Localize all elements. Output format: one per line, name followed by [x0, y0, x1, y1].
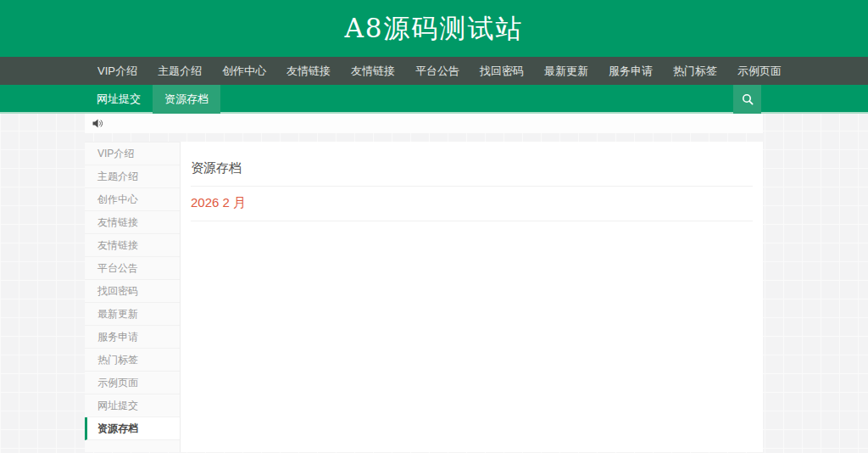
main-nav-inner: VIP介绍 主题介绍 创作中心 友情链接 友情链接 平台公告 找回密码 最新更新… [85, 57, 763, 85]
site-header: A8源码测试站 [0, 0, 868, 57]
nav-item-announcement[interactable]: 平台公告 [405, 57, 470, 85]
sidebar-item-tags[interactable]: 热门标签 [85, 349, 180, 372]
search-icon [742, 93, 754, 105]
sidebar-item-url-submit[interactable]: 网址提交 [85, 394, 180, 417]
sidebar-item-sample-page[interactable]: 示例页面 [85, 372, 180, 394]
sidebar-item-links-2[interactable]: 友情链接 [85, 234, 180, 257]
nav-item-vip[interactable]: VIP介绍 [87, 57, 147, 85]
sub-nav: 网址提交 资源存档 [0, 85, 868, 114]
nav-item-updates[interactable]: 最新更新 [534, 57, 598, 85]
subnav-item-archives[interactable]: 资源存档 [153, 85, 220, 114]
main-panel: 资源存档 2026 2 月 [181, 142, 763, 452]
content-area: VIP介绍 主题介绍 创作中心 友情链接 友情链接 平台公告 找回密码 最新更新… [85, 142, 763, 452]
announcement-bar [85, 114, 763, 133]
sidebar-item-service[interactable]: 服务申请 [85, 326, 180, 349]
nav-item-links-2[interactable]: 友情链接 [341, 57, 405, 85]
sidebar-item-updates[interactable]: 最新更新 [85, 303, 180, 326]
nav-item-create-center[interactable]: 创作中心 [212, 57, 276, 85]
sidebar: VIP介绍 主题介绍 创作中心 友情链接 友情链接 平台公告 找回密码 最新更新… [85, 142, 181, 452]
sidebar-item-password[interactable]: 找回密码 [85, 280, 180, 303]
sidebar-item-announcement[interactable]: 平台公告 [85, 257, 180, 280]
page-title: 资源存档 [191, 160, 753, 187]
sidebar-item-vip[interactable]: VIP介绍 [85, 143, 180, 165]
sub-nav-inner: 网址提交 资源存档 [85, 85, 763, 114]
nav-item-sample-page[interactable]: 示例页面 [727, 57, 792, 85]
nav-item-password[interactable]: 找回密码 [470, 57, 534, 85]
search-button[interactable] [733, 85, 761, 114]
site-title: A8源码测试站 [344, 11, 523, 47]
speaker-icon [92, 119, 103, 128]
sidebar-item-theme[interactable]: 主题介绍 [85, 165, 180, 188]
sidebar-item-create-center[interactable]: 创作中心 [85, 188, 180, 211]
archive-link-2026-02[interactable]: 2026 2 月 [191, 195, 246, 210]
subnav-item-url-submit[interactable]: 网址提交 [85, 85, 153, 114]
sidebar-item-archives[interactable]: 资源存档 [85, 417, 180, 440]
archive-list-item: 2026 2 月 [191, 187, 753, 221]
nav-item-service[interactable]: 服务申请 [598, 57, 663, 85]
sidebar-item-links-1[interactable]: 友情链接 [85, 211, 180, 234]
nav-item-theme[interactable]: 主题介绍 [147, 57, 212, 85]
main-nav: VIP介绍 主题介绍 创作中心 友情链接 友情链接 平台公告 找回密码 最新更新… [0, 57, 868, 85]
nav-item-links-1[interactable]: 友情链接 [276, 57, 341, 85]
nav-item-tags[interactable]: 热门标签 [663, 57, 727, 85]
sidebar-item-partial[interactable] [85, 440, 180, 452]
